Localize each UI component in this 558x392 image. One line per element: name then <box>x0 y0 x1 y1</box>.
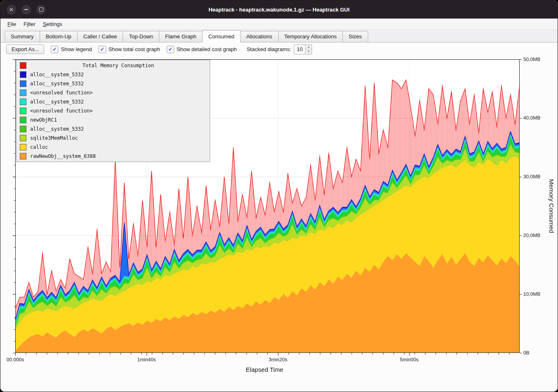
legend-swatch <box>20 108 26 114</box>
legend-swatch <box>20 117 26 123</box>
legend-item: alloc__system_5332 <box>17 70 210 79</box>
tabbar: SummaryBottom-UpCaller / CalleeTop-DownF… <box>0 30 558 42</box>
legend-item: alloc__system_5332 <box>17 124 210 134</box>
legend-title: Total Memory Consumption <box>30 63 206 68</box>
legend-item: newObjRC1 <box>17 115 210 124</box>
menu-settings[interactable]: Settings <box>39 20 66 28</box>
y-axis-title: Memory Consumed <box>548 179 555 233</box>
maximize-icon <box>39 7 43 12</box>
tab-sizes[interactable]: Sizes <box>343 31 368 42</box>
legend-swatch <box>20 135 26 141</box>
stacked-diagrams-group: Stacked diagrams: 10 ▲ ▼ <box>247 45 312 54</box>
legend-label: <unresolved function> <box>30 90 93 96</box>
legend-swatch <box>20 89 26 96</box>
legend-item: calloc <box>17 143 210 152</box>
tab-caller-callee[interactable]: Caller / Callee <box>77 31 123 42</box>
legend-label: <unresolved function> <box>30 108 93 114</box>
maximize-button[interactable] <box>36 5 46 14</box>
legend-swatch <box>20 153 26 160</box>
legend-label: sqlite3MemMalloc <box>30 135 78 141</box>
legend-swatch <box>20 99 26 105</box>
minimize-icon <box>24 9 28 10</box>
checkbox-group: ✓Show legend✓Show total cost graph✓Show … <box>51 46 236 53</box>
stacked-diagrams-spinbox: 10 ▲ ▼ <box>294 45 312 54</box>
window-title: Heaptrack - heaptrack.wakunode.1.gz — He… <box>0 7 558 13</box>
legend-label: alloc__system_5332 <box>30 99 84 105</box>
tab-temporary-allocations[interactable]: Temporary Allocations <box>278 31 343 42</box>
minimize-button[interactable] <box>21 5 31 14</box>
menu-filter[interactable]: Filter <box>20 20 39 28</box>
heaptrack-window: ✕ Heaptrack - heaptrack.wakunode.1.gz — … <box>0 0 558 392</box>
legend-label: alloc__system_5332 <box>30 81 84 87</box>
legend-item: <unresolved function> <box>17 88 210 97</box>
menubar: FileFilterSettings <box>0 19 558 30</box>
legend-label: alloc__system_5332 <box>30 126 84 132</box>
tab-flame-graph[interactable]: Flame Graph <box>159 31 203 42</box>
legend-swatch <box>20 71 26 78</box>
legend-label: rawNewObj__system_6388 <box>30 153 96 159</box>
chart-legend: Total Memory Consumptionalloc__system_53… <box>16 60 210 162</box>
legend-swatch <box>20 126 26 132</box>
legend-swatch <box>20 144 26 150</box>
tab-top-down[interactable]: Top-Down <box>123 31 159 42</box>
close-button[interactable]: ✕ <box>7 5 16 14</box>
checkbox-icon: ✓ <box>99 46 106 53</box>
spin-up-button[interactable]: ▲ <box>305 45 312 50</box>
checkbox-icon: ✓ <box>51 46 58 53</box>
legend-swatch <box>20 80 26 87</box>
checkbox-label: Show legend <box>61 46 92 52</box>
tab-allocations[interactable]: Allocations <box>240 31 279 42</box>
stacked-diagrams-steppers: ▲ ▼ <box>305 45 312 54</box>
export-as-button[interactable]: Export As... <box>6 45 44 54</box>
legend-item: sqlite3MemMalloc <box>17 134 210 143</box>
legend-label: newObjRC1 <box>30 117 57 123</box>
checkbox-icon: ✓ <box>167 46 174 53</box>
checkbox-show-legend[interactable]: ✓Show legend <box>51 46 92 53</box>
tab-bottom-up[interactable]: Bottom-Up <box>40 31 78 42</box>
legend-item: <unresolved function> <box>17 106 210 115</box>
stacked-diagrams-value[interactable]: 10 <box>294 45 305 54</box>
stacked-diagrams-label: Stacked diagrams: <box>247 46 291 52</box>
x-axis-title: Elapsed Time <box>0 366 529 373</box>
checkbox-label: Show total cost graph <box>109 46 160 52</box>
chart-panel: Total Memory Consumptionalloc__system_53… <box>0 56 558 392</box>
checkbox-show-total-cost-graph[interactable]: ✓Show total cost graph <box>99 46 160 53</box>
legend-label: calloc <box>30 144 48 150</box>
legend-swatch <box>20 62 26 69</box>
legend-item: rawNewObj__system_6388 <box>17 152 210 161</box>
titlebar: ✕ Heaptrack - heaptrack.wakunode.1.gz — … <box>0 0 558 19</box>
toolbar: Export As... ✓Show legend✓Show total cos… <box>0 42 558 56</box>
spin-down-button[interactable]: ▼ <box>305 49 312 54</box>
checkbox-show-detailed-cost-graph[interactable]: ✓Show detailed cost graph <box>167 46 237 53</box>
legend-header: Total Memory Consumption <box>17 61 210 70</box>
tab-consumed[interactable]: Consumed <box>202 30 241 42</box>
legend-label: alloc__system_5332 <box>30 72 84 77</box>
window-controls: ✕ <box>7 5 46 14</box>
tab-summary[interactable]: Summary <box>5 31 40 42</box>
legend-item: alloc__system_5332 <box>17 79 210 88</box>
checkbox-label: Show detailed cost graph <box>177 46 237 52</box>
menu-file[interactable]: File <box>4 20 20 28</box>
legend-item: alloc__system_5332 <box>17 97 210 106</box>
